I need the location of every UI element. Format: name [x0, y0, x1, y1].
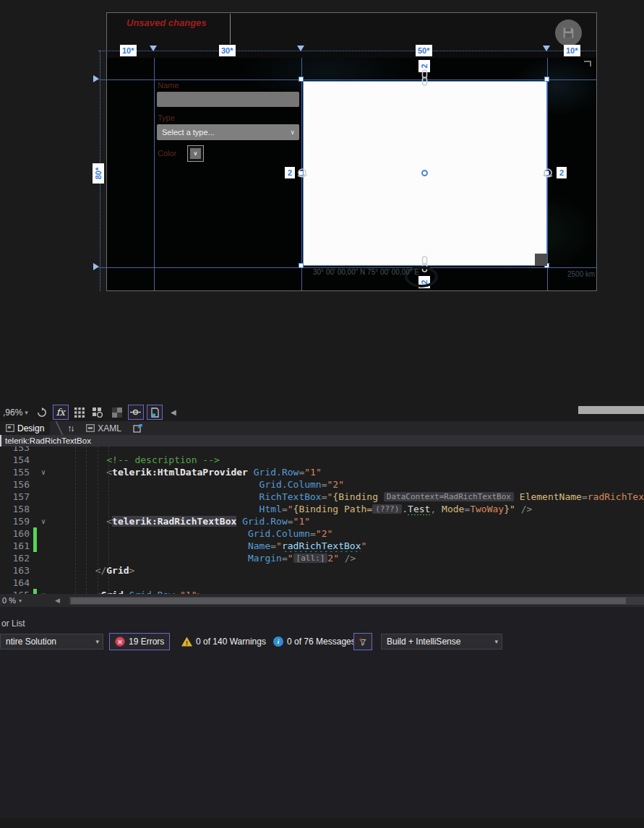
chevron-down-icon: ▾ [95, 634, 99, 649]
error-list-panel: or List ntire Solution ▾ ✕ 19 Errors ! 0… [0, 607, 644, 818]
line-number: 161 [0, 540, 33, 552]
resize-handle[interactable] [299, 77, 304, 82]
code-line[interactable]: 153 [0, 447, 644, 454]
column-width-badge[interactable]: 10* [120, 45, 137, 56]
thumb-grip[interactable] [535, 254, 547, 266]
code-line[interactable]: 154 <!-- description --> [0, 454, 644, 466]
element-breadcrumb[interactable]: telerik:RadRichTextBox [0, 435, 644, 447]
fold-chevron-icon[interactable]: ∨ [37, 515, 50, 527]
swap-panes-button[interactable]: ↑↓ [60, 423, 80, 434]
resize-handle[interactable] [299, 263, 304, 268]
save-button[interactable] [555, 20, 582, 46]
line-number: 160 [0, 527, 33, 540]
show-gridlines-button[interactable] [72, 405, 87, 420]
show-transparency-button[interactable] [109, 405, 125, 420]
designer-view-tabs: Design ↑↓ XAML [0, 421, 644, 435]
fold-chevron-icon [37, 564, 50, 577]
design-view-icon [6, 424, 14, 432]
column-width-badge[interactable]: 10* [564, 45, 580, 56]
code-line[interactable]: 155∨ <telerik:HtmlDataProvider Grid.Row=… [0, 466, 644, 478]
messages-filter-button[interactable]: i 0 of 76 Messages [268, 633, 361, 650]
column-splitter-marker[interactable] [543, 46, 550, 51]
code-line[interactable]: 160 Grid.Column="2" [0, 527, 644, 540]
margin-right-badge[interactable]: 2 [557, 167, 567, 178]
snap-to-snaplines-button[interactable] [147, 405, 163, 420]
code-line[interactable]: 157 RichTextBox="{Binding DataContext=Ra… [0, 491, 644, 503]
row-splitter-marker[interactable] [93, 263, 99, 270]
resize-handle[interactable] [544, 77, 549, 82]
code-line[interactable]: 165∨ <Grid Grid.Row="1"> [0, 589, 644, 594]
scrollbar-thumb[interactable] [71, 598, 626, 604]
chevron-down-icon: ∨ [190, 148, 201, 159]
xaml-designer-canvas[interactable]: Unsaved changes 10* 30* 50* 10* 80* [0, 0, 644, 402]
scroll-left-icon[interactable]: ◀ [55, 597, 60, 604]
line-number: 164 [0, 577, 33, 589]
popout-pane-button[interactable] [127, 421, 148, 435]
tab-xaml[interactable]: XAML [80, 421, 127, 435]
dots-grid-icon [74, 407, 85, 418]
line-number: 163 [0, 564, 33, 577]
errors-filter-button[interactable]: ✕ 19 Errors [109, 633, 170, 650]
effects-toggle-button[interactable]: fx [53, 405, 69, 420]
scope-dropdown[interactable]: ntire Solution ▾ [0, 634, 103, 650]
color-dropdown[interactable]: ∨ [187, 145, 204, 162]
line-number: 158 [0, 503, 33, 515]
code-line[interactable]: 156 Grid.Column="2" [0, 478, 644, 491]
type-combobox[interactable]: Select a type... ∨ [157, 124, 299, 140]
name-textbox[interactable] [157, 92, 299, 107]
code-line[interactable]: 159∨ <telerik:RadRichTextBox Grid.Row="1… [0, 515, 644, 527]
fold-chevron-icon [37, 491, 50, 503]
filter-button[interactable] [353, 633, 372, 650]
build-intellisense-dropdown[interactable]: Build + IntelliSense ▾ [381, 634, 502, 650]
anchor-center-icon[interactable] [421, 170, 428, 176]
refresh-icon [37, 407, 47, 418]
code-line[interactable]: 164 [0, 577, 644, 589]
fold-chevron-icon [37, 540, 50, 552]
grid-row-line[interactable] [98, 79, 597, 80]
editor-horizontal-scrollbar[interactable] [69, 597, 644, 605]
anchor-ring-icon[interactable] [541, 168, 554, 178]
type-combobox-placeholder: Select a type... [162, 128, 215, 137]
snap-grid-settings-button[interactable] [90, 405, 106, 420]
row-splitter-marker[interactable] [93, 75, 99, 82]
chain-link-icon[interactable] [420, 69, 429, 87]
fold-chevron-icon[interactable]: ∨ [37, 466, 50, 478]
zoom-dropdown[interactable]: ,96% ▾ [0, 407, 31, 418]
refresh-button[interactable] [34, 405, 50, 420]
chevron-down-icon: ∨ [290, 124, 295, 140]
chevron-down-icon: ▾ [494, 634, 498, 649]
code-line[interactable]: 161 Name="radRichTextBox" [0, 540, 644, 552]
anchor-ring-icon[interactable] [296, 168, 309, 178]
unsaved-changes-label: Unsaved changes [126, 17, 207, 28]
grid-column-line[interactable] [154, 58, 155, 290]
xaml-code-editor[interactable]: 153154 <!-- description -->155∨ <telerik… [0, 447, 644, 594]
column-splitter-marker[interactable] [297, 46, 304, 51]
snaplines-toggle-button[interactable] [128, 405, 144, 420]
margin-left-badge[interactable]: 2 [285, 167, 295, 178]
fold-chevron-icon [37, 577, 50, 589]
column-width-badge[interactable]: 30* [219, 45, 236, 56]
fold-chevron-icon[interactable]: ∨ [37, 589, 50, 594]
chevron-down-icon: ▾ [25, 409, 28, 416]
editor-zoom-dropdown[interactable]: 0 % [0, 596, 19, 605]
warnings-filter-button[interactable]: ! 0 of 140 Warnings [176, 633, 271, 650]
tab-design[interactable]: Design [0, 421, 50, 435]
type-label: Type [158, 113, 175, 122]
map-scale-label: 2500 km [567, 270, 595, 278]
designer-horizontal-scrollbar[interactable] [578, 406, 644, 414]
row-height-badge[interactable]: 80* [93, 163, 104, 184]
code-line[interactable]: 162 Margin="[all:]2" /> [0, 552, 644, 564]
funnel-icon [359, 637, 366, 647]
zoom-value: ,96% [3, 407, 22, 418]
chevron-down-icon: ▾ [19, 598, 22, 604]
column-splitter-marker[interactable] [150, 46, 157, 51]
info-icon: i [273, 637, 283, 647]
column-width-badge[interactable]: 50* [416, 45, 432, 56]
crosshair-icon [130, 407, 141, 417]
code-line[interactable]: 163 </Grid> [0, 564, 644, 577]
grid-settings-icon [93, 407, 103, 418]
line-number: 162 [0, 552, 33, 564]
collapse-left-icon[interactable]: ◀ [166, 405, 181, 420]
map-coordinates-label: 30° 00' 00,00" N 75° 00' 00,00" E [313, 268, 419, 276]
code-line[interactable]: 158 Html="{Binding Path=(???).Test, Mode… [0, 503, 644, 515]
